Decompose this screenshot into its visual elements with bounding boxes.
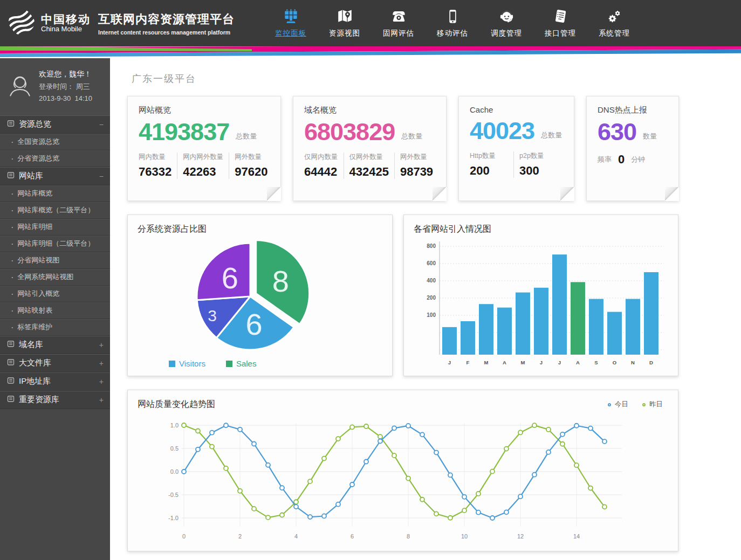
brand: 中国移动 China Mobile (8, 8, 91, 38)
bar-xtick-label: N (631, 359, 635, 365)
sidebar-item-label: 网站引入概览 (17, 289, 59, 299)
freq-suffix: 分钟 (631, 155, 645, 164)
stat-card-title: 网站概览 (139, 105, 270, 115)
stat-freq-row: 频率0分钟 (598, 153, 668, 167)
sidebar-item[interactable]: 分省网站视图 (0, 252, 110, 269)
pie-slice-label: 3 (208, 307, 217, 324)
bar (571, 282, 585, 355)
pie-legend-item[interactable]: Visitors (169, 359, 205, 368)
line-legend-item[interactable]: 昨日 (642, 400, 663, 409)
nav-item[interactable]: 固网评估 (383, 9, 414, 38)
app-title-block: 互联网内容资源管理平台 Internet content resources m… (98, 11, 235, 36)
sidebar-item[interactable]: 网站库概览（二级平台） (0, 202, 110, 219)
line-point (602, 504, 607, 509)
nav-item[interactable]: 移动评估 (437, 9, 468, 38)
brand-name-en: China Mobile (41, 25, 91, 33)
freq-label: 频率 (598, 155, 612, 164)
sidebar-item-label: 分省资源总览 (17, 154, 59, 163)
sidebar-item[interactable]: 网站库概览 (0, 185, 110, 202)
bar-chart-card: 各省网站引入情况图 100200400600800JFMAMJJASOND (403, 215, 678, 376)
stat-sub-value: 300 (519, 164, 558, 178)
sidebar-item-label: 全网系统网站视图 (17, 272, 73, 282)
nav-item[interactable]: 调度管理 (491, 9, 522, 38)
sidebar-section[interactable]: 重要资源库+ (0, 391, 110, 409)
line-point (420, 432, 424, 437)
line-point (574, 424, 579, 428)
bar-xtick-label: F (466, 359, 470, 365)
sidebar-section[interactable]: 资源总览− (0, 115, 110, 134)
stat-sub-label: 仅网内数量 (304, 153, 338, 162)
expand-icon[interactable]: + (99, 396, 104, 404)
line-point (546, 427, 551, 432)
phone-icon (391, 9, 407, 25)
line-point (406, 476, 410, 481)
login-date-line: 2013-9-30 14:10 (39, 93, 92, 105)
bar-xtick-label: J (558, 359, 561, 365)
sidebar-item-label: 网站库概览（二级平台） (17, 205, 94, 215)
bar-xtick-label: A (576, 359, 580, 365)
line-legend-item[interactable]: 今日 (608, 400, 628, 409)
sidebar-section[interactable]: 域名库+ (0, 336, 110, 354)
line-point (588, 426, 593, 431)
line-point (238, 427, 242, 432)
top-nav: 监控面板资源视图固网评估移动评估调度管理接口管理系统管理 (275, 9, 630, 38)
line-point (210, 431, 214, 435)
bar (644, 272, 658, 355)
pie-legend-item[interactable]: Sales (226, 359, 257, 368)
nav-item[interactable]: 资源视图 (329, 9, 360, 38)
doc-small-icon (7, 171, 15, 181)
sidebar-menu: 资源总览−全国资源总览分省资源总览网站库−网站库概览网站库概览（二级平台）网站库… (0, 115, 110, 409)
nav-item[interactable]: 系统管理 (599, 9, 630, 38)
sidebar-item[interactable]: 分省资源总览 (0, 150, 110, 167)
sidebar-item[interactable]: 网站映射表 (0, 302, 110, 319)
bar (442, 327, 457, 355)
bar-xtick-label: J (448, 359, 451, 365)
doc-small-icon (7, 340, 15, 349)
legend-swatch-icon (226, 361, 232, 367)
bullet-icon (11, 138, 13, 146)
bar-chart-title: 各省网站引入情况图 (414, 224, 668, 235)
line-point (378, 439, 382, 443)
nav-item[interactable]: 监控面板 (275, 9, 306, 38)
bullet-icon (11, 257, 13, 265)
legend-swatch-icon (169, 361, 175, 367)
sidebar-item[interactable]: 网站库明细 (0, 219, 110, 236)
collapse-icon[interactable]: − (99, 120, 104, 129)
expand-icon[interactable]: + (99, 341, 104, 349)
sidebar-item[interactable]: 全网系统网站视图 (0, 269, 110, 286)
stat-sub-label: 网内网外数量 (183, 153, 223, 162)
line-point (182, 423, 186, 427)
sidebar-section[interactable]: 大文件库+ (0, 354, 110, 372)
expand-icon[interactable]: + (99, 359, 104, 368)
line-xtick-label: 14 (573, 533, 580, 540)
stat-sub: 网内数量76332 (139, 153, 177, 179)
collapse-icon[interactable]: − (99, 172, 104, 181)
line-point (224, 466, 228, 471)
sidebar-section[interactable]: 网站库− (0, 167, 110, 185)
sidebar-item[interactable]: 网站引入概览 (0, 286, 110, 302)
decorative-ribbon (0, 46, 741, 58)
line-point (434, 511, 438, 516)
login-time: 14:10 (75, 94, 93, 102)
line-point (532, 473, 537, 477)
expand-icon[interactable]: + (99, 377, 104, 386)
sidebar-item[interactable]: 标签库维护 (0, 319, 110, 336)
line-point (560, 432, 565, 437)
document-icon (553, 9, 568, 25)
login-day: 周三 (76, 82, 90, 91)
sidebar-item[interactable]: 全国资源总览 (0, 134, 110, 150)
stat-big-value: 630 (598, 120, 636, 144)
sidebar-item[interactable]: 网站库明细（二级平台） (0, 236, 110, 252)
line-xtick-label: 4 (294, 533, 298, 540)
doc-small-icon (7, 120, 15, 129)
nav-item[interactable]: 接口管理 (545, 9, 576, 38)
line-point (574, 463, 579, 467)
bar (626, 299, 640, 355)
line-point (476, 510, 481, 515)
stat-sub-value: 200 (470, 164, 508, 178)
nav-item-label: 资源视图 (329, 29, 360, 38)
nav-item-label: 系统管理 (599, 29, 630, 38)
pie-slice-label: 8 (272, 264, 289, 298)
line-point (504, 510, 509, 514)
sidebar-section[interactable]: IP地址库+ (0, 372, 110, 391)
